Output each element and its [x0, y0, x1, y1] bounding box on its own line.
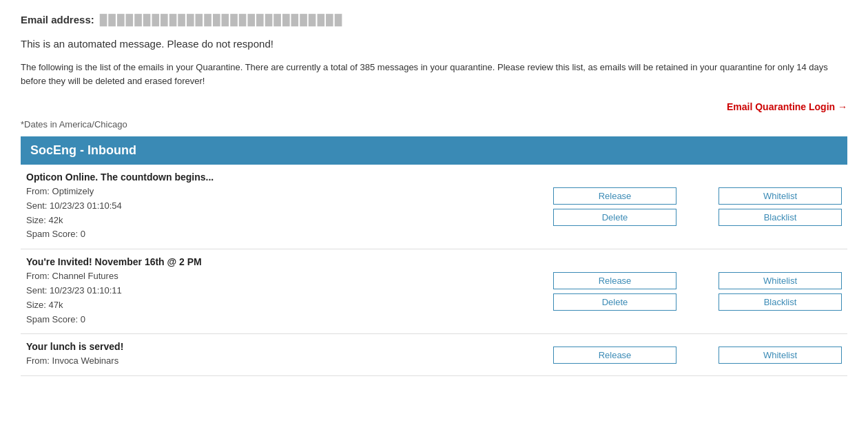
email-table: Opticon Online. The countdown begins... … — [21, 165, 847, 376]
release-cell: Release Delete — [548, 165, 682, 249]
email-address-value: ████████████████████████████ — [100, 14, 344, 25]
email-address-label: Email address: — [21, 14, 94, 25]
email-subject: You're Invited! November 16th @ 2 PM — [26, 256, 511, 267]
description-text: The following is the list of the emails … — [21, 61, 847, 87]
release-cell: Release — [548, 334, 682, 376]
whitelist-button[interactable]: Whitelist — [719, 347, 842, 364]
section-header: SocEng - Inbound — [21, 136, 847, 165]
whitelist-cell: Whitelist Blacklist — [713, 165, 847, 249]
email-meta: From: Channel Futures Sent: 10/23/23 01:… — [26, 269, 511, 327]
blacklist-button[interactable]: Blacklist — [719, 293, 842, 311]
email-meta: From: Invoca Webinars — [26, 354, 511, 369]
automated-message: This is an automated message. Please do … — [21, 38, 847, 50]
release-cell: Release Delete — [548, 249, 682, 334]
whitelist-cell: Whitelist — [713, 334, 847, 376]
release-button[interactable]: Release — [553, 272, 676, 289]
whitelist-button[interactable]: Whitelist — [719, 187, 842, 205]
release-button[interactable]: Release — [553, 347, 676, 364]
email-row: Your lunch is served! From: Invoca Webin… — [21, 334, 847, 376]
email-info-cell: You're Invited! November 16th @ 2 PM Fro… — [21, 249, 517, 334]
delete-button[interactable]: Delete — [553, 209, 676, 226]
delete-button[interactable]: Delete — [553, 293, 676, 311]
quarantine-login-link[interactable]: Email Quarantine Login → — [727, 101, 847, 112]
email-info-cell: Opticon Online. The countdown begins... … — [21, 165, 517, 249]
email-meta: From: Optimizely Sent: 10/23/23 01:10:54… — [26, 185, 511, 242]
email-row: Opticon Online. The countdown begins... … — [21, 165, 847, 249]
blacklist-button[interactable]: Blacklist — [719, 209, 842, 226]
email-info-cell: Your lunch is served! From: Invoca Webin… — [21, 334, 517, 376]
email-subject: Opticon Online. The countdown begins... — [26, 172, 511, 183]
dates-note: *Dates in America/Chicago — [21, 119, 847, 130]
whitelist-cell: Whitelist Blacklist — [713, 249, 847, 334]
whitelist-button[interactable]: Whitelist — [719, 272, 842, 289]
email-subject: Your lunch is served! — [26, 341, 511, 352]
release-button[interactable]: Release — [553, 187, 676, 205]
email-row: You're Invited! November 16th @ 2 PM Fro… — [21, 249, 847, 334]
